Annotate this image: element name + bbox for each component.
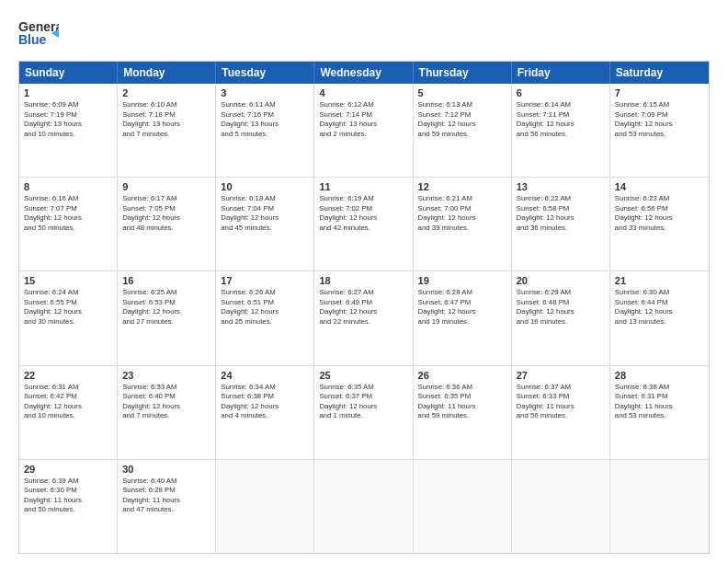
- calendar-week-row: 15Sunrise: 6:24 AM Sunset: 6:55 PM Dayli…: [19, 271, 709, 365]
- cell-info: Sunrise: 6:33 AM Sunset: 6:40 PM Dayligh…: [122, 383, 210, 421]
- cell-info: Sunrise: 6:19 AM Sunset: 7:02 PM Dayligh…: [319, 194, 407, 233]
- calendar-cell: 21Sunrise: 6:30 AM Sunset: 6:44 PM Dayli…: [610, 271, 709, 364]
- calendar-cell: 17Sunrise: 6:26 AM Sunset: 6:51 PM Dayli…: [216, 271, 314, 364]
- calendar-week-row: 8Sunrise: 6:16 AM Sunset: 7:07 PM Daylig…: [19, 178, 709, 271]
- cell-info: Sunrise: 6:34 AM Sunset: 6:38 PM Dayligh…: [221, 383, 309, 421]
- calendar-cell: 22Sunrise: 6:31 AM Sunset: 6:42 PM Dayli…: [19, 366, 118, 459]
- calendar-header-cell: Wednesday: [314, 62, 413, 84]
- calendar-header: SundayMondayTuesdayWednesdayThursdayFrid…: [19, 62, 709, 84]
- calendar-header-cell: Saturday: [610, 62, 709, 84]
- cell-day-number: 6: [517, 87, 605, 98]
- cell-day-number: 7: [615, 87, 704, 98]
- cell-info: Sunrise: 6:15 AM Sunset: 7:09 PM Dayligh…: [615, 100, 704, 139]
- cell-day-number: 4: [319, 87, 407, 98]
- calendar-header-cell: Thursday: [414, 62, 512, 84]
- cell-info: Sunrise: 6:12 AM Sunset: 7:14 PM Dayligh…: [319, 100, 407, 139]
- calendar-week-row: 22Sunrise: 6:31 AM Sunset: 6:42 PM Dayli…: [19, 366, 709, 460]
- cell-day-number: 3: [221, 87, 309, 98]
- cell-info: Sunrise: 6:11 AM Sunset: 7:16 PM Dayligh…: [221, 100, 309, 139]
- calendar-cell: [414, 460, 512, 553]
- calendar-cell: 24Sunrise: 6:34 AM Sunset: 6:38 PM Dayli…: [216, 366, 314, 459]
- calendar-cell: 7Sunrise: 6:15 AM Sunset: 7:09 PM Daylig…: [610, 84, 709, 177]
- calendar-cell: 9Sunrise: 6:17 AM Sunset: 7:05 PM Daylig…: [118, 178, 216, 270]
- cell-info: Sunrise: 6:40 AM Sunset: 6:28 PM Dayligh…: [122, 477, 210, 515]
- cell-info: Sunrise: 6:26 AM Sunset: 6:51 PM Dayligh…: [221, 288, 309, 327]
- calendar-cell: 29Sunrise: 6:39 AM Sunset: 6:30 PM Dayli…: [19, 460, 118, 553]
- calendar-cell: 23Sunrise: 6:33 AM Sunset: 6:40 PM Dayli…: [118, 366, 216, 459]
- cell-day-number: 13: [517, 181, 605, 192]
- page: General Blue SundayMondayTuesdayWednesda…: [0, 0, 728, 563]
- cell-info: Sunrise: 6:28 AM Sunset: 6:47 PM Dayligh…: [418, 288, 506, 327]
- cell-info: Sunrise: 6:36 AM Sunset: 6:35 PM Dayligh…: [418, 383, 506, 421]
- cell-info: Sunrise: 6:25 AM Sunset: 6:53 PM Dayligh…: [122, 288, 210, 327]
- cell-info: Sunrise: 6:24 AM Sunset: 6:55 PM Dayligh…: [24, 288, 112, 327]
- calendar-cell: [216, 460, 314, 553]
- calendar-cell: [512, 460, 610, 553]
- calendar-cell: [314, 460, 413, 553]
- calendar-cell: 20Sunrise: 6:29 AM Sunset: 6:46 PM Dayli…: [512, 271, 610, 364]
- calendar-cell: 2Sunrise: 6:10 AM Sunset: 7:18 PM Daylig…: [118, 84, 216, 177]
- cell-info: Sunrise: 6:23 AM Sunset: 6:56 PM Dayligh…: [615, 194, 704, 233]
- cell-info: Sunrise: 6:14 AM Sunset: 7:11 PM Dayligh…: [517, 100, 605, 139]
- cell-day-number: 16: [122, 275, 210, 286]
- cell-info: Sunrise: 6:09 AM Sunset: 7:19 PM Dayligh…: [24, 100, 112, 139]
- cell-info: Sunrise: 6:13 AM Sunset: 7:12 PM Dayligh…: [418, 100, 506, 139]
- calendar-cell: 13Sunrise: 6:22 AM Sunset: 6:58 PM Dayli…: [512, 178, 610, 270]
- calendar-cell: 25Sunrise: 6:35 AM Sunset: 6:37 PM Dayli…: [314, 366, 413, 459]
- calendar-cell: 18Sunrise: 6:27 AM Sunset: 6:49 PM Dayli…: [314, 271, 413, 364]
- cell-day-number: 18: [319, 275, 407, 286]
- cell-day-number: 27: [517, 370, 605, 381]
- cell-day-number: 24: [221, 370, 309, 381]
- calendar: SundayMondayTuesdayWednesdayThursdayFrid…: [18, 61, 710, 554]
- cell-info: Sunrise: 6:29 AM Sunset: 6:46 PM Dayligh…: [517, 288, 605, 327]
- logo-icon: General Blue: [18, 15, 59, 52]
- calendar-cell: 1Sunrise: 6:09 AM Sunset: 7:19 PM Daylig…: [19, 84, 118, 177]
- cell-info: Sunrise: 6:21 AM Sunset: 7:00 PM Dayligh…: [418, 194, 506, 233]
- cell-info: Sunrise: 6:37 AM Sunset: 6:33 PM Dayligh…: [517, 383, 605, 421]
- calendar-header-cell: Monday: [118, 62, 216, 84]
- cell-info: Sunrise: 6:17 AM Sunset: 7:05 PM Dayligh…: [122, 194, 210, 233]
- calendar-cell: 10Sunrise: 6:18 AM Sunset: 7:04 PM Dayli…: [216, 178, 314, 270]
- calendar-cell: [610, 460, 709, 553]
- calendar-cell: 15Sunrise: 6:24 AM Sunset: 6:55 PM Dayli…: [19, 271, 118, 364]
- cell-info: Sunrise: 6:39 AM Sunset: 6:30 PM Dayligh…: [24, 477, 112, 515]
- cell-day-number: 8: [24, 181, 112, 192]
- cell-day-number: 19: [418, 275, 506, 286]
- calendar-cell: 30Sunrise: 6:40 AM Sunset: 6:28 PM Dayli…: [118, 460, 216, 553]
- cell-info: Sunrise: 6:38 AM Sunset: 6:31 PM Dayligh…: [615, 383, 704, 421]
- cell-day-number: 2: [122, 87, 210, 98]
- cell-info: Sunrise: 6:31 AM Sunset: 6:42 PM Dayligh…: [24, 383, 112, 421]
- svg-text:Blue: Blue: [18, 32, 47, 47]
- calendar-week-row: 29Sunrise: 6:39 AM Sunset: 6:30 PM Dayli…: [19, 460, 709, 553]
- cell-day-number: 26: [418, 370, 506, 381]
- cell-day-number: 10: [221, 181, 309, 192]
- cell-day-number: 14: [615, 181, 704, 192]
- cell-info: Sunrise: 6:30 AM Sunset: 6:44 PM Dayligh…: [615, 288, 704, 327]
- cell-info: Sunrise: 6:16 AM Sunset: 7:07 PM Dayligh…: [24, 194, 112, 233]
- cell-day-number: 11: [319, 181, 407, 192]
- logo: General Blue: [18, 15, 59, 52]
- cell-day-number: 28: [615, 370, 704, 381]
- cell-info: Sunrise: 6:22 AM Sunset: 6:58 PM Dayligh…: [517, 194, 605, 233]
- calendar-cell: 6Sunrise: 6:14 AM Sunset: 7:11 PM Daylig…: [512, 84, 610, 177]
- calendar-cell: 5Sunrise: 6:13 AM Sunset: 7:12 PM Daylig…: [414, 84, 512, 177]
- cell-day-number: 1: [24, 87, 112, 98]
- calendar-body: 1Sunrise: 6:09 AM Sunset: 7:19 PM Daylig…: [19, 84, 709, 553]
- calendar-header-cell: Sunday: [19, 62, 118, 84]
- cell-day-number: 5: [418, 87, 506, 98]
- calendar-cell: 3Sunrise: 6:11 AM Sunset: 7:16 PM Daylig…: [216, 84, 314, 177]
- cell-day-number: 21: [615, 275, 704, 286]
- cell-day-number: 23: [122, 370, 210, 381]
- cell-day-number: 17: [221, 275, 309, 286]
- cell-info: Sunrise: 6:10 AM Sunset: 7:18 PM Dayligh…: [122, 100, 210, 139]
- calendar-week-row: 1Sunrise: 6:09 AM Sunset: 7:19 PM Daylig…: [19, 84, 709, 178]
- cell-day-number: 30: [122, 464, 210, 475]
- calendar-cell: 19Sunrise: 6:28 AM Sunset: 6:47 PM Dayli…: [414, 271, 512, 364]
- calendar-cell: 12Sunrise: 6:21 AM Sunset: 7:00 PM Dayli…: [414, 178, 512, 270]
- calendar-cell: 16Sunrise: 6:25 AM Sunset: 6:53 PM Dayli…: [118, 271, 216, 364]
- calendar-header-cell: Friday: [512, 62, 610, 84]
- cell-day-number: 29: [24, 464, 112, 475]
- cell-info: Sunrise: 6:18 AM Sunset: 7:04 PM Dayligh…: [221, 194, 309, 233]
- calendar-cell: 8Sunrise: 6:16 AM Sunset: 7:07 PM Daylig…: [19, 178, 118, 270]
- calendar-cell: 14Sunrise: 6:23 AM Sunset: 6:56 PM Dayli…: [610, 178, 709, 270]
